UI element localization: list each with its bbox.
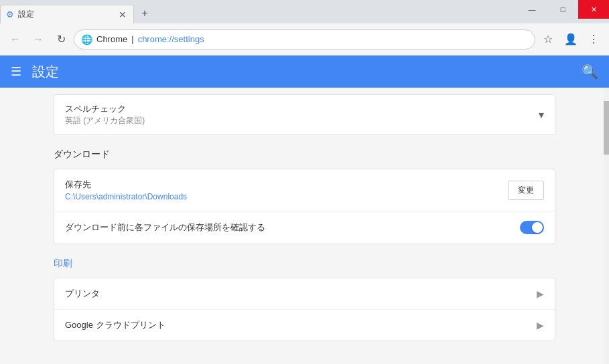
- back-button[interactable]: ←: [5, 29, 25, 50]
- print-section-title: 印刷: [54, 258, 555, 270]
- save-location-row: 保存先 C:\Users\administrator\Downloads 変更: [54, 169, 555, 211]
- toggle-switch[interactable]: [520, 221, 544, 234]
- printer-row[interactable]: プリンタ ▶: [54, 278, 555, 310]
- close-button[interactable]: ✕: [578, 0, 609, 19]
- download-section-title: ダウンロード: [54, 149, 555, 161]
- menu-button[interactable]: ⋮: [584, 29, 604, 50]
- url-domain: Chrome: [96, 34, 127, 44]
- spellcheck-sublabel: 英語 (アメリカ合衆国): [65, 115, 145, 126]
- search-icon[interactable]: 🔍: [582, 64, 598, 80]
- content-area: スペルチェック 英語 (アメリカ合衆国) ▾ ダウンロード 保存先 C:\Use…: [0, 88, 609, 364]
- printer-label: プリンタ: [65, 288, 100, 300]
- cloud-print-arrow-icon: ▶: [537, 320, 544, 331]
- save-location-path: C:\Users\administrator\Downloads: [65, 192, 187, 201]
- print-section-card: プリンタ ▶ Google クラウドプリント ▶: [54, 278, 555, 341]
- new-tab-button[interactable]: +: [137, 5, 153, 21]
- cloud-print-label: Google クラウドプリント: [65, 319, 165, 331]
- confirm-download-label: ダウンロード前に各ファイルの保存場所を確認する: [65, 221, 265, 234]
- cloud-print-row[interactable]: Google クラウドプリント ▶: [54, 310, 555, 341]
- app-header: ☰ 設定 🔍: [0, 56, 609, 88]
- titlebar: ⚙ 設定 ✕ + — □ ✕: [0, 0, 609, 23]
- hamburger-menu-icon[interactable]: ☰: [11, 64, 21, 79]
- confirm-download-row: ダウンロード前に各ファイルの保存場所を確認する: [54, 211, 555, 244]
- main-content: スペルチェック 英語 (アメリカ合衆国) ▾ ダウンロード 保存先 C:\Use…: [0, 88, 609, 364]
- scrollbar-thumb[interactable]: [604, 101, 609, 155]
- settings-body: スペルチェック 英語 (アメリカ合衆国) ▾ ダウンロード 保存先 C:\Use…: [0, 88, 609, 341]
- save-location-info: 保存先 C:\Users\administrator\Downloads: [65, 179, 187, 201]
- printer-arrow-icon: ▶: [537, 288, 544, 299]
- spellcheck-chevron-icon: ▾: [539, 108, 544, 121]
- url-bar[interactable]: 🌐 Chrome | chrome://settings: [74, 29, 535, 50]
- confirm-download-toggle[interactable]: [520, 221, 544, 234]
- tab-close-button[interactable]: ✕: [117, 9, 128, 20]
- download-section-card: 保存先 C:\Users\administrator\Downloads 変更 …: [54, 169, 555, 244]
- scrollbar-track[interactable]: [604, 88, 609, 364]
- tab-favicon-icon: ⚙: [6, 9, 14, 19]
- refresh-button[interactable]: ↻: [51, 29, 71, 50]
- forward-button[interactable]: →: [28, 29, 48, 50]
- account-button[interactable]: 👤: [561, 29, 581, 50]
- tab-bar: ⚙ 設定 ✕ +: [0, 0, 153, 23]
- maximize-button[interactable]: □: [547, 0, 578, 19]
- app-title: 設定: [32, 63, 59, 81]
- spellcheck-label: スペルチェック: [65, 103, 145, 115]
- spellcheck-text: スペルチェック 英語 (アメリカ合衆国): [65, 103, 145, 126]
- spellcheck-section[interactable]: スペルチェック 英語 (アメリカ合衆国) ▾: [54, 94, 555, 135]
- toggle-knob: [532, 222, 543, 233]
- window-controls: — □ ✕: [517, 0, 609, 19]
- bookmark-button[interactable]: ☆: [538, 29, 558, 50]
- url-separator: |: [131, 34, 133, 44]
- change-button[interactable]: 変更: [508, 181, 544, 200]
- addressbar: ← → ↻ 🌐 Chrome | chrome://settings ☆ 👤 ⋮: [0, 23, 609, 56]
- minimize-button[interactable]: —: [517, 0, 547, 19]
- save-location-label: 保存先: [65, 179, 187, 191]
- url-path: chrome://settings: [138, 34, 204, 44]
- active-tab[interactable]: ⚙ 設定 ✕: [0, 5, 134, 23]
- site-security-icon: 🌐: [81, 34, 92, 45]
- tab-title: 設定: [18, 9, 113, 20]
